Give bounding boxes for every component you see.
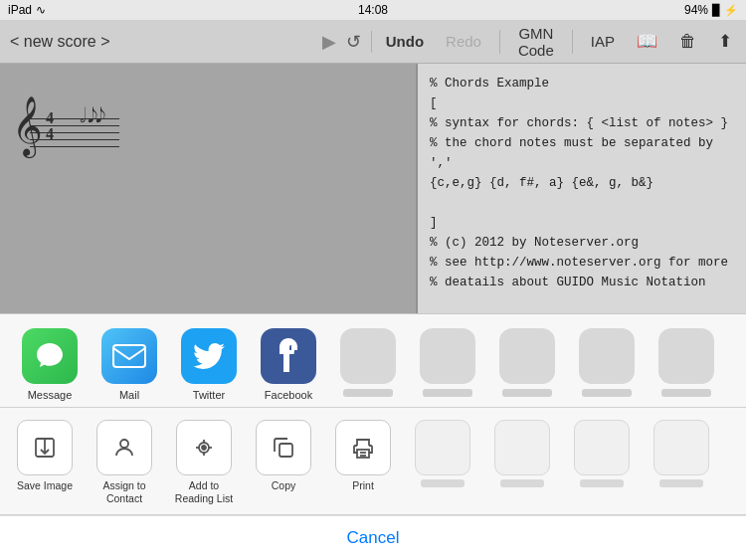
toolbar-left: < new score > ▶ ↺ [0, 31, 372, 53]
action-copy[interactable]: Copy [249, 420, 318, 506]
facebook-icon [261, 328, 316, 384]
play-controls: ▶ ↺ [322, 31, 361, 53]
clock: 14:08 [358, 3, 388, 17]
share-actions-row: Save Image Assign to Contact [0, 408, 746, 515]
placeholder-label-4 [582, 389, 632, 397]
message-label: Message [28, 389, 73, 401]
share-app-placeholder-3 [487, 328, 567, 401]
assign-contact-label: Assign to Contact [90, 479, 159, 506]
action-placeholder-lbl-4 [659, 479, 703, 487]
placeholder-label-2 [423, 389, 472, 397]
wifi-icon: ∿ [36, 3, 46, 17]
status-bar: iPad ∿ 14:08 94% ▉ ⚡ [0, 0, 746, 20]
mail-label: Mail [119, 389, 139, 401]
placeholder-icon-3 [499, 328, 555, 384]
status-left: iPad ∿ [8, 3, 46, 17]
battery-icon: ▉ [712, 4, 720, 17]
twitter-label: Twitter [193, 389, 225, 401]
device-label: iPad [8, 3, 32, 17]
reading-list-icon [176, 420, 232, 475]
action-placeholder-box-2 [494, 420, 550, 475]
toolbar-right: Undo Redo GMN Code IAP 📖 🗑 ⬆ [372, 23, 746, 61]
share-app-placeholder-4 [567, 328, 647, 401]
battery-pct: 94% [684, 3, 708, 17]
action-placeholder-box-1 [415, 420, 470, 475]
share-app-twitter[interactable]: Twitter [169, 328, 249, 401]
action-placeholder-2 [487, 420, 557, 506]
status-right: 94% ▉ ⚡ [684, 3, 738, 17]
iap-button[interactable]: IAP [587, 31, 619, 52]
share-app-mail[interactable]: Mail [90, 328, 169, 401]
twitter-icon [181, 328, 237, 384]
refresh-button[interactable]: ↺ [346, 31, 361, 53]
share-sheet: Message Mail Twitter [0, 313, 746, 560]
trash-button[interactable]: 🗑 [675, 30, 700, 54]
action-placeholder-1 [408, 420, 477, 506]
toolbar: < new score > ▶ ↺ Undo Redo GMN Code IAP… [0, 20, 746, 64]
action-assign-contact[interactable]: Assign to Contact [90, 420, 159, 506]
share-app-facebook[interactable]: Facebook [249, 328, 328, 401]
gmn-code-button[interactable]: GMN Code [513, 23, 558, 61]
copy-icon [256, 420, 311, 475]
share-app-placeholder-1 [328, 328, 408, 401]
svg-rect-0 [113, 345, 145, 367]
placeholder-icon-1 [340, 328, 396, 384]
action-placeholder-lbl-2 [500, 479, 544, 487]
share-app-placeholder-5 [647, 328, 726, 401]
save-image-label: Save Image [17, 479, 73, 493]
score-title[interactable]: < new score > [10, 33, 110, 51]
action-placeholder-box-4 [653, 420, 709, 475]
share-app-message[interactable]: Message [10, 328, 90, 401]
book-button[interactable]: 📖 [633, 29, 661, 54]
save-image-icon [17, 420, 73, 475]
reading-list-label: Add to Reading List [169, 479, 239, 506]
message-icon [22, 328, 78, 384]
play-button[interactable]: ▶ [322, 31, 336, 53]
share-apps-row: Message Mail Twitter [0, 314, 746, 408]
svg-point-2 [120, 440, 128, 448]
mail-icon [101, 328, 157, 384]
redo-button[interactable]: Redo [442, 31, 485, 52]
placeholder-label-5 [661, 389, 711, 397]
action-placeholder-box-3 [574, 420, 630, 475]
facebook-label: Facebook [265, 389, 312, 401]
copy-label: Copy [272, 479, 296, 493]
placeholder-icon-2 [420, 328, 475, 384]
action-placeholder-4 [647, 420, 716, 506]
action-print[interactable]: Print [328, 420, 398, 506]
cancel-button[interactable]: Cancel [12, 528, 734, 548]
action-placeholder-lbl-1 [421, 479, 465, 487]
print-icon [335, 420, 391, 475]
svg-rect-9 [280, 444, 292, 457]
undo-button[interactable]: Undo [382, 31, 428, 52]
print-label: Print [352, 479, 374, 493]
action-save-image[interactable]: Save Image [10, 420, 80, 506]
placeholder-icon-5 [658, 328, 714, 384]
action-placeholder-lbl-3 [580, 479, 624, 487]
cancel-row: Cancel [0, 515, 746, 560]
placeholder-label-1 [343, 389, 393, 397]
svg-point-4 [202, 446, 206, 450]
assign-contact-icon [96, 420, 152, 475]
share-app-placeholder-2 [408, 328, 487, 401]
action-placeholder-3 [567, 420, 637, 506]
placeholder-icon-4 [579, 328, 635, 384]
placeholder-label-3 [502, 389, 552, 397]
action-reading-list[interactable]: Add to Reading List [169, 420, 239, 506]
share-button[interactable]: ⬆ [714, 29, 736, 54]
charging-icon: ⚡ [724, 4, 738, 17]
